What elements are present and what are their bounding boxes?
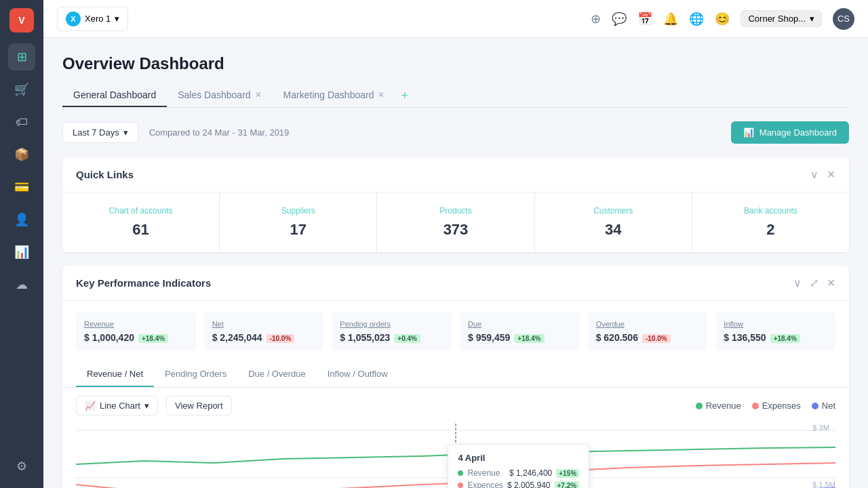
main-area: X Xero 1 ▾ ⊕ 💬 📅 🔔 🌐 😊 Corner Shop... ▾ … [43, 0, 868, 488]
chart-tab-due-overdue[interactable]: Due / Overdue [237, 362, 317, 387]
kpi-pending-badge: +0.4% [394, 334, 420, 343]
chart-type-button[interactable]: 📈 Line Chart ▾ [76, 396, 158, 415]
quick-link-customers[interactable]: Customers 34 [535, 192, 692, 252]
kpi-net-label[interactable]: Net [212, 320, 316, 328]
sidebar-item-wallet[interactable]: 💳 [8, 174, 35, 201]
line-chart-icon: 📈 [85, 401, 96, 411]
xero-selector[interactable]: X Xero 1 ▾ [57, 7, 128, 31]
kpi-card: Key Performance Indicators ∨ ⤢ ✕ Revenue… [62, 266, 849, 488]
account-label: Corner Shop... [748, 14, 806, 24]
kpi-inflow-label[interactable]: Inflow [724, 320, 827, 328]
tooltip-expenses-badge: +7.2% [555, 481, 580, 489]
sidebar-item-cloud[interactable]: ☁ [8, 271, 35, 298]
kpi-revenue-label[interactable]: Revenue [84, 320, 188, 328]
tab-sales[interactable]: Sales Dashboard ✕ [167, 84, 272, 107]
app-logo[interactable]: V [9, 8, 34, 33]
quick-link-customers-value: 34 [549, 221, 678, 239]
kpi-header: Key Performance Indicators ∨ ⤢ ✕ [62, 266, 849, 301]
kpi-inflow: Inflow $ 136,550 +18.4% [715, 312, 835, 351]
quick-link-suppliers[interactable]: Suppliers 17 [220, 192, 376, 252]
quick-links-header: Quick Links ∨ ✕ [62, 157, 849, 192]
chart-tooltip: 4 April Revenue $ 1,246,400 +15% Expence… [448, 444, 589, 488]
tab-add-button[interactable]: + [395, 86, 414, 106]
legend-revenue-dot [696, 403, 703, 409]
date-chevron-icon: ▾ [123, 127, 128, 138]
kpi-revenue-badge: +18.4% [138, 334, 168, 343]
content-area: Overview Dashboard General Dashboard Sal… [43, 38, 868, 488]
tooltip-expenses-value: $ 2,005,940 [507, 481, 550, 488]
tab-marketing-close[interactable]: ✕ [378, 90, 384, 100]
quick-links-card: Quick Links ∨ ✕ Chart of accounts 61 Sup… [62, 157, 849, 252]
kpi-pending-label[interactable]: Pending orders [340, 320, 443, 328]
bell-icon[interactable]: 🔔 [663, 12, 678, 26]
date-range-button[interactable]: Last 7 Days ▾ [62, 122, 138, 143]
chart-tab-revenue-net[interactable]: Revenue / Net [76, 362, 154, 387]
filter-bar: Last 7 Days ▾ Compared to 24 Mar - 31 Ma… [62, 121, 849, 144]
kpi-due-row: $ 959,459 +18.4% [468, 332, 572, 343]
chat-icon[interactable]: 💬 [612, 12, 627, 26]
quick-link-customers-label: Customers [549, 206, 678, 216]
quick-link-products-label: Products [391, 206, 520, 216]
sidebar-item-dashboard[interactable]: ⊞ [8, 43, 35, 70]
collapse-icon[interactable]: ∨ [810, 168, 818, 181]
sidebar-item-person[interactable]: 👤 [8, 206, 35, 233]
chart-tab-pending[interactable]: Pending Orders [154, 362, 237, 387]
tab-sales-close[interactable]: ✕ [255, 90, 262, 100]
kpi-inflow-value: $ 136,550 [724, 332, 766, 343]
quick-link-bank[interactable]: Bank accounts 2 [692, 192, 849, 252]
account-selector[interactable]: Corner Shop... ▾ [741, 10, 822, 27]
kpi-inflow-badge: +18.4% [770, 334, 800, 343]
dashboard-tabs: General Dashboard Sales Dashboard ✕ Mark… [62, 84, 849, 108]
kpi-revenue-value: $ 1,000,420 [84, 332, 134, 343]
chart-legend: Revenue Expenses Net [696, 401, 835, 411]
topbar-actions: ⊕ 💬 📅 🔔 🌐 😊 Corner Shop... ▾ CS [591, 8, 854, 30]
kpi-actions: ∨ ⤢ ✕ [793, 277, 835, 289]
kpi-close-icon[interactable]: ✕ [827, 277, 835, 289]
kpi-revenue: Revenue $ 1,000,420 +18.4% [76, 312, 196, 351]
kpi-due: Due $ 959,459 +18.4% [460, 312, 580, 351]
manage-dashboard-button[interactable]: 📊 Manage Dashboard [731, 121, 849, 144]
quick-link-chart-of-accounts[interactable]: Chart of accounts 61 [62, 192, 219, 252]
xero-label: Xero 1 [85, 14, 111, 24]
tooltip-revenue-label: Revenue [467, 468, 505, 478]
kpi-expand-icon[interactable]: ⤢ [810, 277, 818, 289]
quick-links-grid: Chart of accounts 61 Suppliers 17 Produc… [62, 192, 849, 252]
legend-expenses-dot [752, 403, 759, 409]
tab-general[interactable]: General Dashboard [62, 84, 167, 107]
kpi-net-value: $ 2,245,044 [212, 332, 262, 343]
help-icon[interactable]: 😊 [715, 12, 730, 26]
view-report-button[interactable]: View Report [166, 396, 232, 415]
globe-icon[interactable]: 🌐 [689, 12, 704, 26]
chart-type-chevron-icon: ▾ [144, 401, 149, 411]
quick-link-products[interactable]: Products 373 [377, 192, 534, 252]
tooltip-revenue-dot [458, 470, 463, 476]
account-chevron-icon: ▾ [810, 14, 814, 24]
sidebar-item-chart[interactable]: 📊 [8, 239, 35, 266]
sidebar-item-tag[interactable]: 🏷 [8, 108, 35, 136]
kpi-overdue-label[interactable]: Overdue [596, 320, 700, 328]
kpi-overdue-row: $ 620.506 -10.0% [596, 332, 700, 343]
kpi-pending: Pending orders $ 1,055,023 +0.4% [332, 312, 452, 351]
chart-area: $ 3M $ 1,5M $ 0 4 April Revenue $ 1,246,… [62, 424, 849, 488]
kpi-due-label[interactable]: Due [468, 320, 572, 328]
calendar-icon[interactable]: 📅 [637, 12, 652, 26]
kpi-pending-value: $ 1,055,023 [340, 332, 390, 343]
avatar[interactable]: CS [833, 8, 854, 30]
sidebar-item-settings[interactable]: ⚙ [8, 453, 35, 480]
kpi-inflow-row: $ 136,550 +18.4% [724, 332, 827, 343]
tooltip-row-revenue: Revenue $ 1,246,400 +15% [458, 468, 579, 478]
compare-text: Compared to 24 Mar - 31 Mar, 2019 [149, 127, 290, 138]
add-icon[interactable]: ⊕ [591, 12, 601, 26]
chart-tab-inflow-outflow[interactable]: Inflow / Outflow [317, 362, 399, 387]
kpi-collapse-icon[interactable]: ∨ [793, 277, 802, 289]
xero-chevron-icon: ▾ [115, 14, 119, 24]
tab-marketing[interactable]: Marketing Dashboard ✕ [273, 84, 396, 107]
kpi-pending-row: $ 1,055,023 +0.4% [340, 332, 443, 343]
quick-link-chart-label: Chart of accounts [76, 206, 205, 216]
kpi-net-row: $ 2,245,044 -10.0% [212, 332, 316, 343]
quick-links-actions: ∨ ✕ [810, 168, 835, 181]
sidebar-item-shop[interactable]: 🛒 [8, 76, 35, 103]
close-icon[interactable]: ✕ [827, 168, 835, 181]
tooltip-row-expenses: Expences $ 2,005,940 +7.2% [458, 481, 579, 488]
sidebar-item-box[interactable]: 📦 [8, 141, 35, 168]
